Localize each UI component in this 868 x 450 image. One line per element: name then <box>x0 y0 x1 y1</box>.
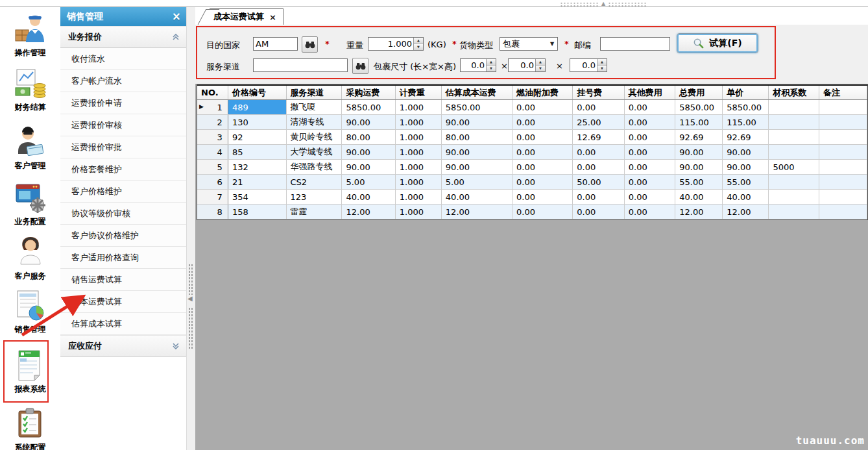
table-cell[interactable]: 40.00 <box>342 190 395 205</box>
table-cell[interactable]: 0.00 <box>624 160 675 175</box>
table-cell[interactable]: 123 <box>286 190 342 205</box>
row-number-cell[interactable]: 7 <box>197 190 228 205</box>
table-cell[interactable]: 50.00 <box>573 175 624 190</box>
menu-item[interactable]: 估算成本试算 <box>60 313 186 335</box>
table-cell[interactable]: 0.00 <box>512 190 572 205</box>
table-cell[interactable]: 雷霆 <box>286 205 342 219</box>
table-cell[interactable]: 90.00 <box>723 160 769 175</box>
table-cell[interactable]: 25.00 <box>573 115 624 130</box>
column-header[interactable]: 材积系数 <box>769 86 819 100</box>
table-cell[interactable]: 90.00 <box>342 115 395 130</box>
table-cell[interactable]: 1.000 <box>395 160 441 175</box>
table-cell[interactable]: 21 <box>228 175 286 190</box>
table-cell[interactable]: 5850.00 <box>675 100 723 115</box>
collapse-up-icon[interactable]: ▲ <box>599 1 607 6</box>
table-cell[interactable]: 0.00 <box>573 190 624 205</box>
table-cell[interactable] <box>819 160 867 175</box>
module-4[interactable]: 业务配置 <box>0 181 60 227</box>
postcode-input[interactable] <box>600 37 670 51</box>
table-cell[interactable] <box>769 175 819 190</box>
table-cell[interactable]: 0.00 <box>512 130 572 145</box>
spin-up-icon[interactable]: ▲ <box>597 59 607 66</box>
table-cell[interactable] <box>819 130 867 145</box>
table-cell[interactable]: 40.00 <box>723 190 769 205</box>
close-icon[interactable]: × <box>172 11 181 22</box>
table-cell[interactable]: 354 <box>228 190 286 205</box>
row-number-cell[interactable]: 3 <box>197 130 228 145</box>
module-3[interactable]: 客户管理 <box>0 125 60 171</box>
table-cell[interactable] <box>819 145 867 160</box>
table-cell[interactable]: 华强路专线 <box>286 160 342 175</box>
column-header[interactable]: 服务渠道 <box>286 86 342 100</box>
table-cell[interactable] <box>769 190 819 205</box>
table-cell[interactable]: 90.00 <box>342 145 395 160</box>
menu-item[interactable]: 客户协议价格维护 <box>60 225 186 247</box>
column-header[interactable]: 其他费用 <box>624 86 675 100</box>
table-cell[interactable]: 90.00 <box>441 115 512 130</box>
table-cell[interactable]: 90.00 <box>342 160 395 175</box>
table-cell[interactable]: 0.00 <box>573 205 624 219</box>
service-channel-lookup-button[interactable] <box>352 58 368 74</box>
table-cell[interactable]: 1.000 <box>395 205 441 219</box>
table-cell[interactable]: 1.000 <box>395 130 441 145</box>
dest-country-lookup-button[interactable] <box>302 36 318 53</box>
cargo-type-select[interactable]: 包裹 ▼ <box>500 37 558 51</box>
package-width-input[interactable] <box>509 59 535 71</box>
table-cell[interactable]: 40.00 <box>675 190 723 205</box>
table-cell[interactable]: 90.00 <box>441 145 512 160</box>
menu-item[interactable]: 客户价格维护 <box>60 181 186 203</box>
menu-item[interactable]: 运费报价审批 <box>60 136 186 158</box>
spin-down-icon[interactable]: ▼ <box>597 66 607 71</box>
table-cell[interactable]: 12.00 <box>675 205 723 219</box>
table-cell[interactable]: 0.00 <box>512 205 572 219</box>
row-number-cell[interactable]: ▶1 <box>197 100 228 115</box>
column-header[interactable]: 计费重 <box>395 86 441 100</box>
table-cell[interactable]: 0.00 <box>624 100 675 115</box>
column-header[interactable]: 备注 <box>819 86 867 100</box>
collapse-splitter-handle[interactable]: ▲ <box>559 1 647 6</box>
column-header[interactable]: 单价 <box>723 86 769 100</box>
table-cell[interactable] <box>769 130 819 145</box>
package-height-input[interactable] <box>570 59 597 71</box>
table-cell[interactable]: 0.00 <box>624 115 675 130</box>
column-header[interactable]: 估算成本运费 <box>441 86 512 100</box>
spin-down-icon[interactable]: ▼ <box>487 66 496 71</box>
spin-up-icon[interactable]: ▲ <box>487 59 496 66</box>
table-cell[interactable]: 80.00 <box>342 130 395 145</box>
menu-item[interactable]: 运费报价审核 <box>60 114 186 136</box>
menu-item[interactable]: 销售运费试算 <box>60 269 186 291</box>
table-cell[interactable]: 1.000 <box>395 190 441 205</box>
row-number-cell[interactable]: 5 <box>197 160 228 175</box>
chevron-double-up-icon[interactable] <box>172 33 180 41</box>
table-cell[interactable]: 大学城专线 <box>286 145 342 160</box>
table-cell[interactable]: 92 <box>228 130 286 145</box>
weight-input[interactable] <box>368 38 413 50</box>
module-6[interactable]: 销售管理 <box>0 289 60 335</box>
table-cell[interactable]: 90.00 <box>675 145 723 160</box>
menu-item[interactable]: 协议等级价审核 <box>60 203 186 225</box>
module-5[interactable]: 客户服务 <box>0 236 60 282</box>
table-cell[interactable]: 1.000 <box>395 100 441 115</box>
table-cell[interactable] <box>819 100 867 115</box>
table-cell[interactable]: 0.00 <box>624 190 675 205</box>
table-cell[interactable]: 0.00 <box>512 115 572 130</box>
menu-item[interactable]: 客户帐户流水 <box>60 70 186 92</box>
table-cell[interactable] <box>769 205 819 219</box>
module-2[interactable]: 财务结算 <box>0 67 60 113</box>
menu-section-receivable-payable[interactable]: 应收应付 <box>60 335 186 357</box>
table-cell[interactable]: 5850.00 <box>342 100 395 115</box>
table-cell[interactable]: 1.000 <box>395 145 441 160</box>
table-cell[interactable] <box>769 100 819 115</box>
service-channel-input[interactable] <box>253 58 348 72</box>
table-cell[interactable]: 90.00 <box>675 160 723 175</box>
row-number-cell[interactable]: 6 <box>197 175 228 190</box>
table-cell[interactable]: 12.69 <box>573 130 624 145</box>
table-cell[interactable] <box>819 190 867 205</box>
column-header[interactable]: 总费用 <box>675 86 723 100</box>
table-cell[interactable] <box>819 205 867 219</box>
column-header[interactable]: 挂号费 <box>573 86 624 100</box>
table-cell[interactable]: 80.00 <box>441 130 512 145</box>
column-header[interactable]: 采购运费 <box>342 86 395 100</box>
table-cell[interactable]: 132 <box>228 160 286 175</box>
table-cell[interactable]: 12.00 <box>342 205 395 219</box>
